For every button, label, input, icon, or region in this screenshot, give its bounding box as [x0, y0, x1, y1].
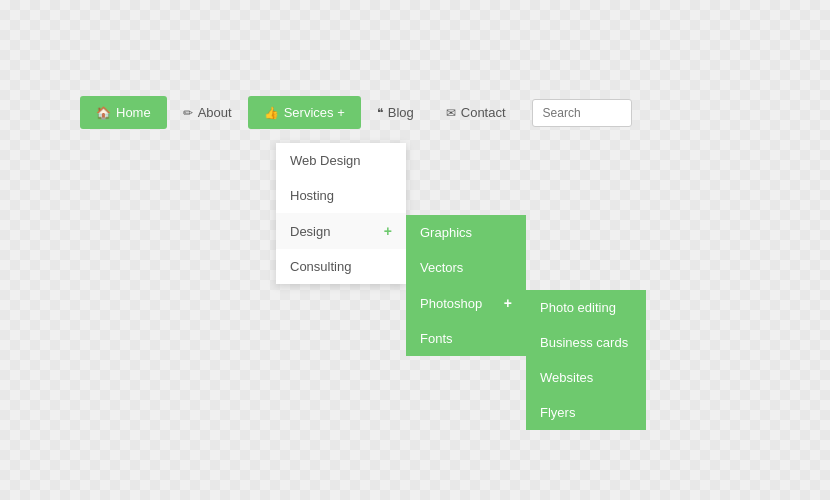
mail-icon: ✉ — [446, 106, 456, 120]
nav-home-label: Home — [116, 105, 151, 120]
dropdown-item-flyers[interactable]: Flyers — [526, 395, 646, 430]
dropdown-item-graphics[interactable]: Graphics — [406, 215, 526, 250]
thumbsup-icon: 👍 — [264, 106, 279, 120]
nav-about-label: About — [198, 105, 232, 120]
dropdown-item-webdesign[interactable]: Web Design — [276, 143, 406, 178]
nav-services[interactable]: 👍 Services + — [248, 96, 361, 129]
dropdown-item-photoshop[interactable]: Photoshop + — [406, 285, 526, 321]
nav-about[interactable]: ✏ About — [167, 96, 248, 129]
submenu-arrow-design: + — [384, 223, 392, 239]
nav-contact[interactable]: ✉ Contact — [430, 96, 522, 129]
navbar: 🏠 Home ✏ About 👍 Services + ❝ Blog ✉ Con… — [80, 96, 632, 129]
nav-blog-label: Blog — [388, 105, 414, 120]
nav-blog[interactable]: ❝ Blog — [361, 96, 430, 129]
dropdown-item-hosting[interactable]: Hosting — [276, 178, 406, 213]
home-icon: 🏠 — [96, 106, 111, 120]
dropdown-item-businesscards[interactable]: Business cards — [526, 325, 646, 360]
nav-contact-label: Contact — [461, 105, 506, 120]
dropdown-item-photoediting[interactable]: Photo editing — [526, 290, 646, 325]
dropdown-item-fonts[interactable]: Fonts — [406, 321, 526, 356]
submenu-arrow-photoshop: + — [504, 295, 512, 311]
dropdown-item-consulting[interactable]: Consulting — [276, 249, 406, 284]
nav-services-label: Services + — [284, 105, 345, 120]
nav-home[interactable]: 🏠 Home — [80, 96, 167, 129]
dropdown-photoshop: Photo editing Business cards Websites Fl… — [526, 290, 646, 430]
quote-icon: ❝ — [377, 106, 383, 120]
dropdown-item-design[interactable]: Design + — [276, 213, 406, 249]
dropdown-services: Web Design Hosting Design + Consulting — [276, 143, 406, 284]
search-input[interactable] — [532, 99, 632, 127]
pencil-icon: ✏ — [183, 106, 193, 120]
dropdown-design: Graphics Vectors Photoshop + Fonts — [406, 215, 526, 356]
dropdown-item-websites[interactable]: Websites — [526, 360, 646, 395]
dropdown-item-vectors[interactable]: Vectors — [406, 250, 526, 285]
